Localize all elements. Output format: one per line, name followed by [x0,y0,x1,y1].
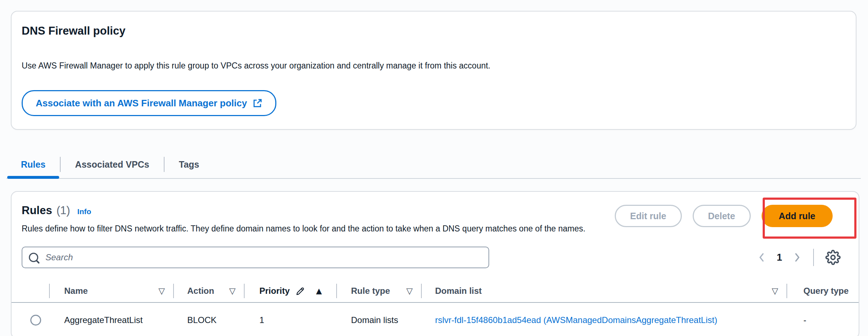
rules-count: (1) [56,204,70,217]
associate-firewall-manager-button[interactable]: Associate with an AWS Firewall Manager p… [22,90,276,116]
panel-description: Use AWS Firewall Manager to apply this r… [22,61,846,71]
domain-list-link[interactable]: rslvr-fdl-15f4860b1ad54ead (AWSManagedDo… [435,315,717,325]
panel-title: DNS Firewall policy [22,25,846,37]
tab-tags-label: Tags [179,159,200,170]
rules-title-row: Rules (1) Info [22,204,586,217]
tab-associated-vpcs[interactable]: Associated VPCs [61,151,164,178]
search-input[interactable] [45,252,482,263]
filter-icon[interactable]: ▽ [158,286,165,296]
header-action-label: Action [187,286,214,296]
gear-icon [825,250,841,265]
sort-ascending-icon[interactable]: ▲ [316,287,322,295]
row-radio-button[interactable] [30,315,41,326]
header-name-label: Name [64,286,88,296]
rules-title: Rules [22,204,52,217]
associate-button-label: Associate with an AWS Firewall Manager p… [36,98,247,109]
header-domain-list[interactable]: Domain list ▽ [421,280,787,302]
dns-firewall-policy-panel: DNS Firewall policy Use AWS Firewall Man… [11,11,856,130]
header-rule-type-label: Rule type [351,286,390,296]
next-page-button[interactable] [789,252,806,263]
rules-panel: Rules (1) Info Rules define how to filte… [11,191,859,336]
previous-page-button[interactable] [753,252,770,263]
row-rule-type-cell: Domain lists [337,303,421,336]
table-row[interactable]: AggregateThreatList BLOCK 1 Domain lists… [12,303,859,336]
add-rule-button[interactable]: Add rule [762,205,833,227]
row-action-cell: BLOCK [174,303,244,336]
row-name-cell: AggregateThreatList [49,303,174,336]
tab-associated-vpcs-label: Associated VPCs [75,159,149,170]
edit-rule-button[interactable]: Edit rule [615,205,682,227]
tab-rules[interactable]: Rules [6,151,60,178]
row-selection-cell [12,303,49,336]
header-selection-column [12,280,49,302]
row-domain-list-cell: rslvr-fdl-15f4860b1ad54ead (AWSManagedDo… [421,303,787,336]
table-toolbar: 1 [22,247,849,268]
edit-priority-icon[interactable] [295,286,305,296]
header-rule-type[interactable]: Rule type ▽ [337,280,421,302]
filter-icon[interactable]: ▽ [406,286,413,296]
table-header-row: Name ▽ Action ▽ Priority ▲ Rule type ▽ D [12,280,859,303]
info-link[interactable]: Info [77,207,91,216]
delete-button[interactable]: Delete [693,205,751,227]
external-link-icon [253,98,262,108]
rules-panel-title-block: Rules (1) Info Rules define how to filte… [22,204,586,234]
rules-description: Rules define how to filter DNS network t… [22,224,586,234]
current-page[interactable]: 1 [777,252,782,263]
chevron-left-icon [758,252,765,263]
pagination: 1 [753,249,845,266]
search-box[interactable] [22,247,489,268]
header-priority[interactable]: Priority ▲ [244,280,337,302]
header-priority-label: Priority [259,286,290,296]
tab-bar: Rules Associated VPCs Tags [6,151,861,179]
header-name[interactable]: Name ▽ [49,280,174,302]
tab-rules-label: Rules [21,159,45,170]
row-priority-cell: 1 [244,303,337,336]
toolbar-divider [813,249,814,266]
header-query-type-label: Query type [803,286,849,296]
header-domain-list-label: Domain list [435,286,482,296]
chevron-right-icon [794,252,801,263]
filter-icon[interactable]: ▽ [229,286,236,296]
row-query-type-cell: - [787,303,859,336]
rules-actions: Edit rule Delete Add rule [615,205,833,227]
header-action[interactable]: Action ▽ [174,280,244,302]
header-query-type[interactable]: Query type [787,280,859,302]
rules-panel-header: Rules (1) Info Rules define how to filte… [22,204,849,234]
rules-table: Name ▽ Action ▽ Priority ▲ Rule type ▽ D [12,280,859,336]
search-icon [29,253,38,262]
tab-tags[interactable]: Tags [165,151,214,178]
preferences-button[interactable] [821,250,845,265]
filter-icon[interactable]: ▽ [772,286,778,296]
